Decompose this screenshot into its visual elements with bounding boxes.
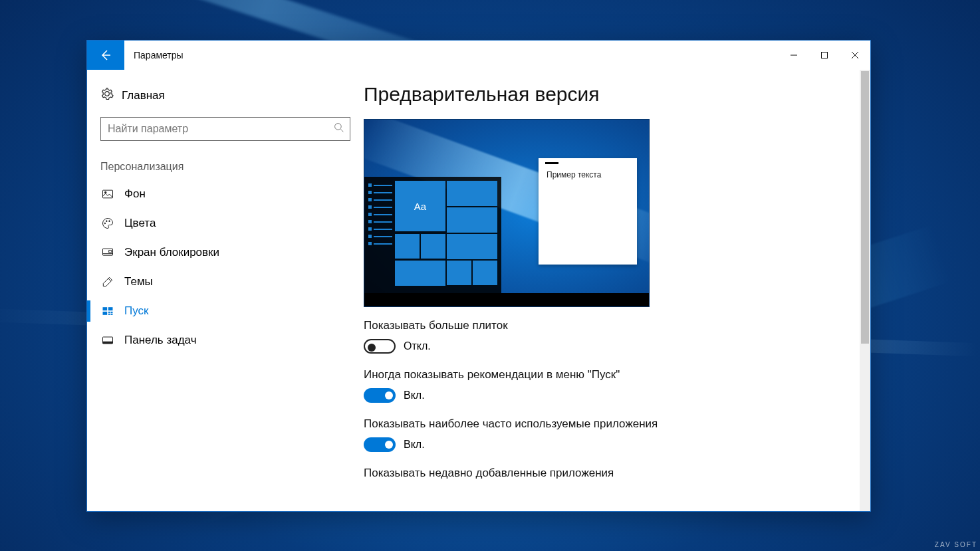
setting-recently-added: Показывать недавно добавленные приложени… [364,467,789,480]
start-preview: Пример текста Aa [364,119,650,307]
sidebar-item-label: Экран блокировки [124,246,219,259]
pencil-icon [100,275,115,288]
watermark: ZAV SOFT [935,541,977,548]
sidebar-item-colors[interactable]: Цвета [87,209,364,238]
preview-taskbar [364,293,649,306]
svg-rect-12 [103,307,108,310]
toggle-state: Вкл. [404,389,425,401]
setting-label: Показывать наиболее часто используемые п… [364,417,789,431]
settings-window: Параметры Главная [86,40,871,512]
svg-rect-20 [103,342,113,344]
scrollbar[interactable] [860,70,870,511]
scrollbar-thumb[interactable] [861,71,869,344]
setting-more-tiles: Показывать больше плиток Откл. [364,319,789,354]
sidebar: Главная Персонализация Фон Цвета [87,70,364,511]
setting-label: Показывать больше плиток [364,319,789,332]
sidebar-item-label: Цвета [124,217,156,230]
svg-rect-16 [111,312,113,313]
preview-tile-aa: Aa [395,181,445,231]
close-icon [851,51,859,59]
back-button[interactable] [87,41,124,70]
minimize-button[interactable] [779,41,809,70]
gear-icon [100,87,114,104]
svg-point-8 [104,223,106,224]
sidebar-home[interactable]: Главная [87,83,364,108]
titlebar: Параметры [87,41,870,70]
sidebar-item-background[interactable]: Фон [87,179,364,209]
setting-label: Показывать недавно добавленные приложени… [364,467,789,480]
search-icon [334,122,344,136]
search-box[interactable] [100,117,350,141]
toggle-most-used[interactable] [364,437,396,452]
setting-recommendations: Иногда показывать рекомендации в меню "П… [364,368,789,403]
sidebar-category: Персонализация [87,145,364,179]
window-title: Параметры [124,41,193,70]
svg-point-9 [106,221,108,222]
svg-rect-1 [822,53,828,58]
svg-point-7 [104,191,106,193]
sidebar-item-label: Пуск [124,304,148,318]
sidebar-item-start[interactable]: Пуск [87,296,364,326]
preview-sample-window: Пример текста [539,158,637,265]
sidebar-home-label: Главная [122,89,165,102]
monitor-icon [100,246,115,259]
taskbar-icon [100,334,115,347]
svg-rect-17 [108,314,110,315]
minimize-icon [790,51,798,59]
start-tiles-icon [100,304,115,318]
setting-label: Иногда показывать рекомендации в меню "П… [364,368,789,382]
sidebar-item-lockscreen[interactable]: Экран блокировки [87,238,364,267]
svg-point-4 [335,124,342,130]
setting-most-used: Показывать наиболее часто используемые п… [364,417,789,452]
svg-rect-6 [103,190,113,198]
svg-rect-18 [111,314,113,315]
maximize-icon [820,51,828,59]
svg-rect-14 [103,312,108,315]
toggle-recommendations[interactable] [364,388,396,403]
sidebar-item-themes[interactable]: Темы [87,267,364,296]
preview-sample-text: Пример текста [547,170,629,179]
main-panel: Предварительная версия Пример текста Aa [364,70,870,511]
svg-line-5 [340,129,343,132]
toggle-more-tiles[interactable] [364,339,396,354]
sidebar-item-label: Панель задач [124,334,197,347]
close-button[interactable] [840,41,870,70]
svg-point-10 [109,221,110,222]
svg-rect-13 [108,307,113,310]
sidebar-item-taskbar[interactable]: Панель задач [87,326,364,355]
sidebar-item-label: Фон [124,187,146,201]
toggle-state: Откл. [404,340,431,352]
sidebar-item-label: Темы [124,275,153,288]
preview-start-menu: Aa [364,177,501,293]
picture-icon [100,187,115,201]
toggle-state: Вкл. [404,439,425,451]
page-title: Предварительная версия [364,83,844,106]
svg-rect-11 [103,249,113,255]
back-arrow-icon [99,49,112,62]
palette-icon [100,217,115,230]
search-input[interactable] [108,123,334,135]
svg-rect-15 [108,312,110,313]
maximize-button[interactable] [809,41,840,70]
